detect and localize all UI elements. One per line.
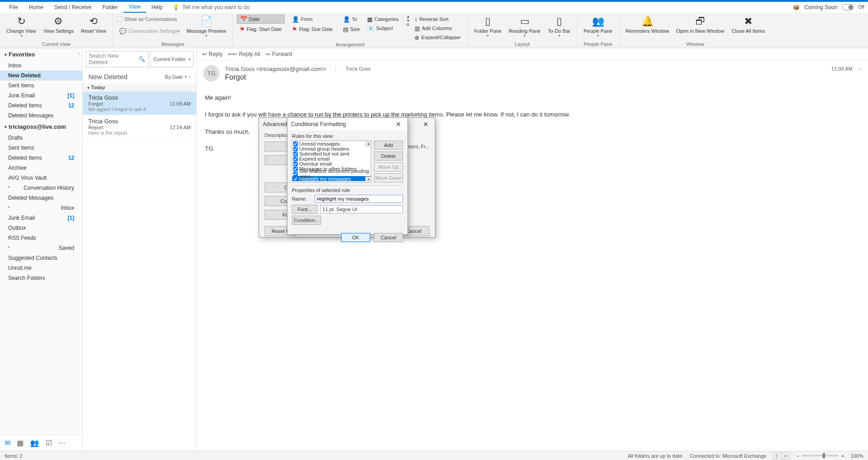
menu-file[interactable]: File bbox=[4, 2, 23, 12]
arrange-scroll-up[interactable]: ▲ bbox=[406, 15, 410, 19]
adv-dialog-close-button[interactable]: ✕ bbox=[420, 121, 431, 128]
people-pane-button[interactable]: 👥People Pane bbox=[581, 15, 615, 39]
menu-folder[interactable]: Folder bbox=[97, 2, 123, 12]
nav-item-outbox[interactable]: Outbox bbox=[0, 223, 82, 233]
sort-dropdown[interactable]: By Date ▾ ↑ bbox=[165, 73, 191, 81]
coming-soon-toggle[interactable] bbox=[842, 4, 854, 10]
rule-item[interactable]: Unread group headers bbox=[292, 146, 371, 151]
message-item[interactable]: Tricia GossReport12:24 AMHere is the rep… bbox=[83, 115, 196, 139]
rule-checkbox[interactable] bbox=[293, 152, 298, 156]
rule-checkbox[interactable] bbox=[293, 162, 298, 166]
nav-item-deleted-messages[interactable]: Deleted Messages bbox=[0, 111, 82, 121]
nav-item-junk-email[interactable]: Junk Email[1] bbox=[0, 91, 82, 101]
menu-help[interactable]: Help bbox=[146, 2, 168, 12]
new-window-button[interactable]: 🗗Open in New Window bbox=[674, 15, 727, 35]
sort-direction-icon[interactable]: ↑ bbox=[189, 74, 191, 80]
rules-scroll-down[interactable]: ▾ bbox=[365, 177, 371, 182]
rules-list[interactable]: ▴ ▾ Unread messagesUnread group headersS… bbox=[292, 141, 371, 182]
menu-view[interactable]: View bbox=[123, 2, 146, 13]
rule-checkbox[interactable] bbox=[293, 177, 298, 181]
message-preview-button[interactable]: 📄Message Preview bbox=[184, 15, 229, 39]
condition-button[interactable]: Condition... bbox=[292, 216, 321, 225]
mail-module-icon[interactable]: ✉ bbox=[5, 439, 10, 447]
reminders-window-button[interactable]: 🔔Reminders Window bbox=[623, 15, 672, 35]
message-item[interactable]: Tricia GossForgot11:09 AMMe again! I for… bbox=[83, 91, 196, 115]
expand-collapse-button[interactable]: ⊕Expand/Collapse bbox=[412, 33, 464, 42]
todo-bar-button[interactable]: ▯To-Do Bar bbox=[545, 15, 573, 39]
tell-me-search[interactable]: 💡 Tell me what you want to do bbox=[173, 4, 250, 10]
search-input[interactable]: Search New Deleted 🔍 bbox=[86, 51, 148, 67]
rule-item[interactable]: Expired email bbox=[292, 156, 371, 161]
nav-item-deleted-items[interactable]: Deleted Items12 bbox=[0, 153, 82, 163]
reply-all-button[interactable]: ↩↩Reply All bbox=[228, 51, 260, 57]
rule-checkbox[interactable] bbox=[293, 172, 298, 176]
rule-checkbox[interactable] bbox=[293, 142, 298, 146]
nav-item-avg-virus-vault[interactable]: AVG Virus Vault bbox=[0, 173, 82, 183]
nav-collapse-chevron[interactable]: ‹ bbox=[78, 51, 80, 56]
search-scope-dropdown[interactable]: Current Folder▾ bbox=[150, 51, 194, 67]
arrange-subject-button[interactable]: 📧Subject bbox=[364, 24, 401, 33]
nav-item-new-deleted[interactable]: New Deleted bbox=[0, 71, 82, 81]
tasks-module-icon[interactable]: ☑ bbox=[46, 439, 52, 447]
nav-item-conversation-history[interactable]: ▸Conversation History bbox=[0, 183, 82, 193]
zoom-in-icon[interactable]: + bbox=[841, 453, 844, 459]
conversation-settings-button[interactable]: 💬Conversation Settings bbox=[117, 26, 182, 35]
reading-pane-button[interactable]: ▭Reading Pane bbox=[506, 15, 543, 39]
nav-item-sent-items[interactable]: Sent Items bbox=[0, 143, 82, 153]
nav-item-inbox[interactable]: ▸Inbox bbox=[0, 203, 82, 213]
cond-dialog-close-button[interactable]: ✕ bbox=[393, 121, 404, 128]
rule-checkbox[interactable] bbox=[293, 167, 298, 171]
arrange-date-button[interactable]: 📅Date bbox=[237, 15, 285, 24]
ok-button[interactable]: OK bbox=[341, 233, 370, 242]
rule-name-input[interactable] bbox=[315, 195, 403, 203]
view-normal-icon[interactable]: ▯ bbox=[773, 452, 781, 460]
reply-button[interactable]: ↩Reply bbox=[202, 51, 223, 57]
message-expand-chevron[interactable]: ⌄ bbox=[858, 65, 862, 70]
folder-pane-button[interactable]: ▯Folder Pane bbox=[471, 15, 504, 39]
nav-item-deleted-messages[interactable]: Deleted Messages bbox=[0, 193, 82, 203]
nav-item-rss-feeds[interactable]: RSS Feeds bbox=[0, 233, 82, 243]
nav-item-junk-email[interactable]: Junk Email[1] bbox=[0, 213, 82, 223]
date-group-today[interactable]: Today bbox=[83, 83, 196, 91]
nav-item-suggested-contacts[interactable]: Suggested Contacts bbox=[0, 253, 82, 263]
arrange-scroll-down[interactable]: ▼ bbox=[406, 19, 410, 23]
favorites-header[interactable]: Favorites bbox=[0, 48, 82, 61]
add-columns-button[interactable]: ▥Add Columns bbox=[412, 24, 464, 33]
rule-item[interactable]: Site Mailbox document pending uploa bbox=[292, 171, 371, 176]
rule-checkbox[interactable] bbox=[293, 157, 298, 161]
nav-item-search-folders[interactable]: Search Folders bbox=[0, 273, 82, 283]
arrange-more[interactable]: ⊟ bbox=[406, 23, 410, 27]
show-as-conversations-checkbox[interactable]: Show as Conversations bbox=[117, 15, 182, 24]
move-down-button[interactable]: Move Down bbox=[374, 173, 403, 182]
nav-item-archive[interactable]: Archive bbox=[0, 163, 82, 173]
view-reading-icon[interactable]: ▭ bbox=[782, 452, 790, 460]
rule-item[interactable]: Unread messages bbox=[292, 141, 371, 146]
nav-item-sent-items[interactable]: Sent Items bbox=[0, 81, 82, 91]
menu-send-receive[interactable]: Send / Receive bbox=[49, 2, 97, 12]
account-header[interactable]: triciagoss@live.com bbox=[0, 121, 82, 133]
zoom-out-icon[interactable]: − bbox=[797, 453, 799, 459]
delete-rule-button[interactable]: Delete bbox=[374, 152, 403, 161]
nav-item-unroll.me[interactable]: Unroll.me bbox=[0, 263, 82, 273]
rule-checkbox[interactable] bbox=[293, 147, 298, 151]
arrange-flag-due-button[interactable]: ⚑Flag: Due Date bbox=[289, 25, 336, 34]
reset-view-button[interactable]: ⟲Reset View bbox=[78, 15, 109, 35]
nav-item-drafts[interactable]: Drafts bbox=[0, 133, 82, 143]
arrange-to-button[interactable]: 👤To bbox=[340, 15, 363, 24]
change-view-button[interactable]: ↻Change View bbox=[4, 15, 39, 39]
add-rule-button[interactable]: Add bbox=[374, 141, 403, 150]
nav-item-inbox[interactable]: Inbox bbox=[0, 61, 82, 71]
rules-scroll-up[interactable]: ▴ bbox=[365, 141, 371, 147]
rule-item[interactable]: Submitted but not sent bbox=[292, 151, 371, 156]
nav-item-deleted-items[interactable]: Deleted Items12 bbox=[0, 101, 82, 111]
move-up-button[interactable]: Move Up bbox=[374, 162, 403, 172]
arrange-flag-start-button[interactable]: ⚑Flag: Start Date bbox=[237, 25, 285, 34]
view-settings-button[interactable]: ⚙View Settings bbox=[41, 15, 76, 35]
close-all-button[interactable]: ✖Close All Items bbox=[729, 15, 768, 35]
arrange-size-button[interactable]: ▤Size bbox=[340, 25, 363, 34]
menu-home[interactable]: Home bbox=[23, 2, 49, 12]
calendar-module-icon[interactable]: ▦ bbox=[17, 439, 24, 447]
zoom-slider[interactable]: − + bbox=[797, 453, 844, 459]
arrange-categories-button[interactable]: ▦Categories bbox=[364, 15, 401, 24]
more-modules-icon[interactable]: ⋯ bbox=[58, 439, 66, 447]
